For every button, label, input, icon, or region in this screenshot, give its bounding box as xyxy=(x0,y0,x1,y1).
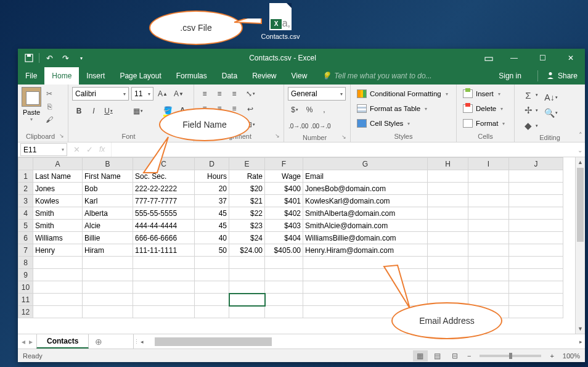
column-header-B[interactable]: B xyxy=(83,158,133,170)
tell-me-search[interactable]: 💡 Tell me what you want to do... xyxy=(314,67,439,85)
cell-D4[interactable]: 45 xyxy=(195,207,229,220)
collapse-ribbon-icon[interactable]: ˄ xyxy=(579,131,582,139)
cell-J7[interactable] xyxy=(509,244,563,257)
tab-view[interactable]: View xyxy=(284,67,315,85)
cell-C9[interactable] xyxy=(133,269,195,281)
cell-E8[interactable] xyxy=(229,257,265,269)
cell-F12[interactable] xyxy=(265,306,303,318)
cell-E6[interactable]: $24 xyxy=(229,232,265,244)
cell-C10[interactable] xyxy=(133,281,195,294)
redo-icon[interactable]: ↷ xyxy=(59,52,71,64)
copy-icon[interactable]: ⎘ xyxy=(44,101,55,112)
decrease-font-icon[interactable]: A▼ xyxy=(172,87,186,101)
number-launcher-icon[interactable]: ↘ xyxy=(341,134,346,140)
row-header-12[interactable]: 12 xyxy=(18,306,33,318)
align-middle-icon[interactable]: ≡ xyxy=(213,87,226,101)
paste-button[interactable]: Paste ▾ xyxy=(22,87,41,131)
wrap-text-icon[interactable]: ↩ xyxy=(243,102,257,116)
share-button[interactable]: Share xyxy=(530,70,585,81)
cell-H4[interactable] xyxy=(428,207,468,220)
sheet-nav-next-icon[interactable]: ▸ xyxy=(29,337,33,346)
clear-icon[interactable]: ◆▾ xyxy=(521,119,539,133)
cell-I11[interactable] xyxy=(468,294,509,306)
align-bottom-icon[interactable]: ≡ xyxy=(227,87,241,101)
row-header-4[interactable]: 4 xyxy=(18,207,33,220)
ribbon-display-icon[interactable]: ▭ xyxy=(478,49,500,67)
align-top-icon[interactable]: ≡ xyxy=(198,87,211,101)
tab-page-layout[interactable]: Page Layout xyxy=(112,67,168,85)
cell-E3[interactable]: $21 xyxy=(229,195,265,207)
cell-D10[interactable] xyxy=(195,281,229,294)
row-header-6[interactable]: 6 xyxy=(18,232,33,244)
cell-I4[interactable] xyxy=(468,207,509,220)
cell-D1[interactable]: Hours xyxy=(195,170,229,183)
column-header-A[interactable]: A xyxy=(33,158,83,170)
cell-B5[interactable]: Alcie xyxy=(83,220,133,232)
cell-F5[interactable]: $403 xyxy=(265,220,303,232)
cell-J5[interactable] xyxy=(509,220,563,232)
zoom-out-icon[interactable]: − xyxy=(465,352,473,360)
cell-C8[interactable] xyxy=(133,257,195,269)
cell-C2[interactable]: 222-22-2222 xyxy=(133,183,195,195)
tab-data[interactable]: Data xyxy=(214,67,245,85)
cell-J4[interactable] xyxy=(509,207,563,220)
accounting-format-icon[interactable]: $▾ xyxy=(288,103,301,117)
row-header-7[interactable]: 7 xyxy=(18,244,33,257)
cell-D9[interactable] xyxy=(195,269,229,281)
cell-E5[interactable]: $23 xyxy=(229,220,265,232)
tab-home[interactable]: Home xyxy=(44,67,79,85)
undo-icon[interactable]: ↶ xyxy=(43,52,55,64)
cell-B2[interactable]: Bob xyxy=(83,183,133,195)
cell-I8[interactable] xyxy=(468,257,509,269)
cell-E2[interactable]: $20 xyxy=(229,183,265,195)
row-header-3[interactable]: 3 xyxy=(18,195,33,207)
formula-input[interactable]: ⌄ xyxy=(111,142,585,157)
cell-A4[interactable]: Smith xyxy=(33,207,83,220)
column-header-F[interactable]: F xyxy=(265,158,303,170)
row-header-10[interactable]: 10 xyxy=(18,281,33,294)
cell-J9[interactable] xyxy=(509,269,563,281)
cell-I3[interactable] xyxy=(468,195,509,207)
column-header-H[interactable]: H xyxy=(428,158,468,170)
cell-G3[interactable]: KowlesKarl@domain.com xyxy=(303,195,428,207)
row-header-9[interactable]: 9 xyxy=(18,269,33,281)
format-cells-button[interactable]: Format▾ xyxy=(463,117,505,130)
cell-J2[interactable] xyxy=(509,183,563,195)
insert-cells-button[interactable]: Insert▾ xyxy=(463,87,505,101)
tab-file[interactable]: File xyxy=(18,67,44,85)
hscroll-right-icon[interactable]: ▸ xyxy=(576,339,585,345)
cell-C6[interactable]: 666-66-6666 xyxy=(133,232,195,244)
cell-D6[interactable]: 40 xyxy=(195,232,229,244)
cell-A11[interactable] xyxy=(33,294,83,306)
scroll-up-icon[interactable]: ▲ xyxy=(576,157,585,167)
cell-F6[interactable]: $404 xyxy=(265,232,303,244)
column-header-J[interactable]: J xyxy=(509,158,563,170)
cell-A10[interactable] xyxy=(33,281,83,294)
hscroll-left-icon[interactable]: ◂ xyxy=(137,339,146,345)
cell-G5[interactable]: SmithAlcie@domain.com xyxy=(303,220,428,232)
qat-customize-icon[interactable]: ▾ xyxy=(75,52,88,64)
cell-B7[interactable]: Hiram xyxy=(83,244,133,257)
name-box[interactable]: E11▾ xyxy=(20,143,67,156)
cell-H3[interactable] xyxy=(428,195,468,207)
tab-review[interactable]: Review xyxy=(245,67,284,85)
cell-A12[interactable] xyxy=(33,306,83,318)
cell-J11[interactable] xyxy=(509,294,563,306)
cell-D12[interactable] xyxy=(195,306,229,318)
bold-button[interactable]: B xyxy=(72,104,86,118)
cell-D2[interactable]: 20 xyxy=(195,183,229,195)
cell-A7[interactable]: Henry xyxy=(33,244,83,257)
column-header-G[interactable]: G xyxy=(303,158,428,170)
alignment-launcher-icon[interactable]: ↘ xyxy=(275,133,280,139)
cell-C1[interactable]: Soc. Sec. xyxy=(133,170,195,183)
cell-B8[interactable] xyxy=(83,257,133,269)
row-header-2[interactable]: 2 xyxy=(18,183,33,195)
new-sheet-button[interactable]: ⊕ xyxy=(89,334,108,348)
cell-F11[interactable] xyxy=(265,294,303,306)
format-as-table-button[interactable]: Format as Table▾ xyxy=(357,102,448,115)
cell-D11[interactable] xyxy=(195,294,229,306)
row-header-8[interactable]: 8 xyxy=(18,257,33,269)
scroll-thumb[interactable] xyxy=(577,168,584,242)
zoom-level-label[interactable]: 100% xyxy=(559,352,580,360)
cell-D8[interactable] xyxy=(195,257,229,269)
